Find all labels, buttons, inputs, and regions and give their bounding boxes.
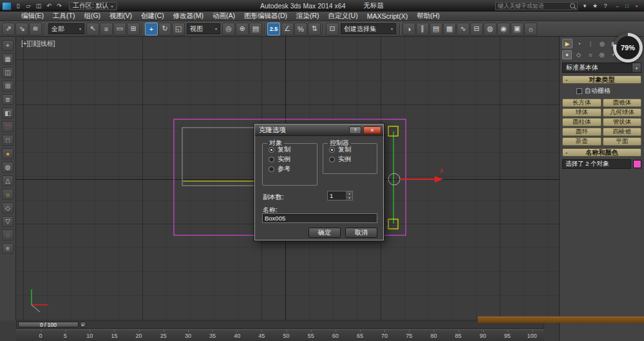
rendered-frame-window-icon[interactable]: ▣: [511, 23, 524, 35]
angle-snap-toggle-icon[interactable]: ∠: [281, 23, 294, 35]
left-tool-light-icon[interactable]: ☼: [2, 189, 14, 200]
object-name-field[interactable]: 选择了 2 个对象: [562, 159, 631, 169]
menu-rendering[interactable]: 渲染(R): [292, 12, 324, 21]
curve-editor-icon[interactable]: ∿: [457, 23, 469, 35]
menu-create[interactable]: 创建(C): [137, 12, 169, 21]
help-icon[interactable]: ?: [601, 2, 610, 10]
time-slider-track[interactable]: 0 / 100 ▸: [16, 320, 544, 329]
rollout-object-type[interactable]: - 对象类型: [562, 75, 641, 84]
save-file-icon[interactable]: ◫: [34, 2, 43, 10]
viewport-label[interactable]: [+][顶][线框]: [21, 39, 55, 48]
tab-motion[interactable]: ◎: [597, 39, 607, 48]
radio-copy[interactable]: [329, 147, 335, 153]
left-tool-dot-icon[interactable]: ●: [2, 148, 14, 159]
open-file-icon[interactable]: ▱: [24, 2, 33, 10]
radio-reference[interactable]: [269, 166, 274, 172]
left-tool-grid-icon[interactable]: ▦: [2, 54, 14, 64]
percent-snap-toggle-icon[interactable]: %: [294, 23, 307, 35]
radio-row-instance[interactable]: 实例: [263, 153, 317, 163]
workspace-dropdown[interactable]: 工作区: 默认 ▾: [69, 2, 117, 10]
next-frame-button[interactable]: ▸: [80, 322, 86, 327]
radio-instance[interactable]: [269, 157, 274, 162]
copies-spinner[interactable]: 1 ▴ ▾: [327, 191, 353, 200]
material-editor-icon[interactable]: ◍: [484, 23, 497, 35]
rollout-name-color[interactable]: - 名称和颜色: [562, 148, 641, 157]
layer-manager-icon[interactable]: ▤: [430, 23, 442, 35]
autogrid-checkbox[interactable]: [576, 88, 582, 94]
undo-icon[interactable]: ↶: [44, 2, 53, 10]
left-tool-marker-icon[interactable]: □: [2, 121, 14, 132]
box-wireframe[interactable]: [182, 128, 256, 186]
left-tool-array-icon[interactable]: ⊞: [2, 81, 14, 92]
radio-row-instance[interactable]: 实例: [323, 153, 377, 163]
radio-instance[interactable]: [329, 157, 335, 162]
menu-help[interactable]: 帮助(H): [412, 12, 444, 21]
object-color-swatch[interactable]: [633, 160, 641, 168]
render-setup-icon[interactable]: ◉: [497, 23, 510, 35]
button-geosphere[interactable]: 几何球体: [603, 108, 642, 117]
menu-customize[interactable]: 自定义(U): [324, 12, 363, 21]
minimize-button[interactable]: –: [612, 2, 622, 10]
select-and-link-icon[interactable]: ⇗: [2, 23, 15, 35]
menu-edit[interactable]: 编辑(E): [17, 12, 48, 21]
left-tool-select-icon[interactable]: +: [2, 40, 14, 51]
select-object-icon[interactable]: ↖: [86, 23, 99, 35]
named-selection-sets-dropdown[interactable]: 创建选择集▾: [341, 23, 396, 34]
tab-modify[interactable]: ◔: [574, 39, 584, 48]
button-cone[interactable]: 圆锥体: [603, 99, 642, 107]
new-scene-icon[interactable]: ▯: [14, 2, 23, 10]
left-tool-tri-down-icon[interactable]: ▽: [2, 216, 14, 227]
tab-hierarchy[interactable]: ⋮: [585, 39, 596, 48]
bind-to-space-warp-icon[interactable]: ≋: [29, 23, 42, 35]
clone-name-input[interactable]: Box005: [262, 213, 377, 223]
track-bar[interactable]: 0510152025303540455055606570758085909510…: [16, 329, 544, 341]
select-and-rotate-icon[interactable]: ↻: [158, 23, 171, 35]
button-pyramid[interactable]: 四棱锥: [603, 128, 642, 136]
menu-views[interactable]: 视图(V): [105, 12, 137, 21]
schematic-view-icon[interactable]: ⊟: [470, 23, 483, 35]
menu-group[interactable]: 组(G): [79, 12, 105, 21]
left-tool-half-icon[interactable]: ◧: [2, 108, 14, 119]
search-dropdown-icon[interactable]: ▾: [580, 2, 589, 10]
redo-icon[interactable]: ↷: [55, 2, 64, 10]
search-icon[interactable]: [570, 3, 575, 8]
menu-modifiers[interactable]: 修改器(M): [169, 12, 208, 21]
tab-create[interactable]: ▶: [562, 39, 573, 48]
radio-copy[interactable]: [269, 147, 274, 153]
left-tool-stack-icon[interactable]: ≣: [2, 94, 14, 105]
snap-toggle-icon[interactable]: 2.5: [267, 23, 280, 35]
button-teapot[interactable]: 茶壶: [562, 137, 601, 146]
menu-tools[interactable]: 工具(T): [48, 12, 79, 21]
left-tool-shade-icon[interactable]: ◍: [2, 162, 14, 173]
left-tool-diamond-icon[interactable]: ◇: [2, 202, 14, 213]
maximize-button[interactable]: □: [622, 2, 632, 10]
close-button[interactable]: ×: [632, 2, 641, 10]
window-crossing-toggle-icon[interactable]: ⊞: [127, 23, 140, 35]
category-dropdown[interactable]: 标准基本体 ▾: [562, 63, 641, 73]
infocenter-search[interactable]: 键入关键字或短语: [495, 2, 578, 10]
communication-center-icon[interactable]: ★: [591, 2, 600, 10]
app-logo-icon[interactable]: [2, 2, 12, 10]
use-pivot-point-center-icon[interactable]: ◎: [222, 23, 235, 35]
copies-value[interactable]: 1: [328, 191, 346, 200]
unlink-selection-icon[interactable]: ⇘: [15, 23, 28, 35]
cancel-button[interactable]: 取消: [345, 228, 377, 238]
select-and-scale-icon[interactable]: ◱: [172, 23, 185, 35]
align-icon[interactable]: ∥: [416, 23, 429, 35]
selection-filter-dropdown[interactable]: 全部▾: [48, 23, 84, 34]
cat-cameras[interactable]: ◎: [597, 50, 607, 59]
select-by-name-icon[interactable]: ≡: [100, 23, 113, 35]
left-tool-window-icon[interactable]: ◫: [2, 67, 14, 78]
ok-button[interactable]: 确定: [308, 228, 341, 238]
dropdown-arrow-icon[interactable]: ▾: [632, 63, 641, 72]
select-and-move-icon[interactable]: +: [145, 23, 158, 35]
left-tool-lines-icon[interactable]: ≡: [2, 243, 14, 254]
keyboard-shortcut-override-icon[interactable]: ▤: [249, 23, 262, 35]
menu-graph-editors[interactable]: 图形编辑器(D): [240, 12, 292, 21]
radio-row-reference[interactable]: 参考: [263, 163, 317, 173]
cat-shapes[interactable]: ◇: [574, 50, 583, 59]
left-tool-tri-icon[interactable]: △: [2, 175, 14, 186]
gizmo-center-circle[interactable]: [388, 173, 400, 185]
cat-lights[interactable]: ☼: [585, 50, 595, 59]
spinner-down-button[interactable]: ▾: [346, 196, 352, 200]
